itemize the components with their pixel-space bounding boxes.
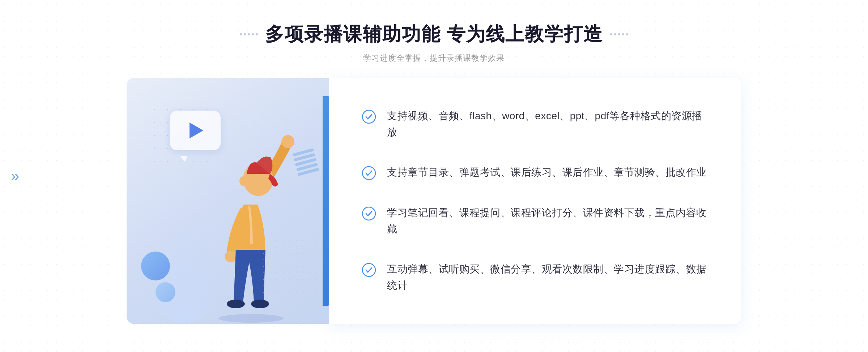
feature-text-1: 支持视频、音频、flash、word、excel、ppt、pdf等各种格式的资源…	[387, 108, 712, 141]
title-dots-left	[240, 33, 258, 35]
title-row: 多项录播课辅助功能 专为线上教学打造	[240, 22, 628, 47]
page-subtitle: 学习进度全掌握，提升录播课教学效果	[240, 53, 628, 64]
page-title: 多项录播课辅助功能 专为线上教学打造	[265, 22, 603, 47]
page-nav-chevron[interactable]: »	[11, 167, 19, 185]
svg-point-6	[239, 176, 247, 186]
content-area: 支持视频、音频、flash、word、excel、ppt、pdf等各种格式的资源…	[127, 78, 741, 324]
feature-text-3: 学习笔记回看、课程提问、课程评论打分、课件资料下载，重点内容收藏	[387, 205, 712, 237]
features-panel: 支持视频、音频、flash、word、excel、ppt、pdf等各种格式的资源…	[329, 78, 741, 324]
check-icon-3	[362, 206, 376, 221]
svg-point-9	[362, 207, 375, 220]
feature-item-1: 支持视频、音频、flash、word、excel、ppt、pdf等各种格式的资源…	[362, 101, 712, 148]
feature-item-3: 学习笔记回看、课程提问、课程评论打分、课件资料下载，重点内容收藏	[362, 198, 712, 245]
check-icon-4	[362, 263, 376, 277]
page-wrapper: 多项录播课辅助功能 专为线上教学打造 学习进度全掌握，提升录播课教学效果 »	[0, 0, 868, 352]
feature-text-2: 支持章节目录、弹题考试、课后练习、课后作业、章节测验、批改作业	[387, 164, 707, 181]
svg-point-4	[227, 300, 245, 308]
check-icon-2	[362, 166, 376, 180]
title-dots-right	[610, 33, 628, 35]
svg-point-5	[251, 300, 269, 308]
feature-text-4: 互动弹幕、试听购买、微信分享、观看次数限制、学习进度跟踪、数据统计	[387, 261, 712, 294]
blue-circle-large	[141, 252, 170, 280]
feature-item-4: 互动弹幕、试听购买、微信分享、观看次数限制、学习进度跟踪、数据统计	[362, 254, 712, 301]
svg-point-7	[362, 110, 375, 123]
feature-item-2: 支持章节目录、弹题考试、课后练习、课后作业、章节测验、批改作业	[362, 157, 712, 188]
svg-point-1	[281, 135, 294, 148]
blue-bar	[323, 96, 329, 306]
blue-circle-small	[156, 282, 175, 302]
svg-point-10	[362, 263, 375, 276]
check-icon-1	[362, 110, 376, 124]
svg-point-2	[225, 251, 237, 262]
person-illustration	[193, 121, 309, 324]
illustration-panel	[127, 78, 329, 324]
header-section: 多项录播课辅助功能 专为线上教学打造 学习进度全掌握，提升录播课教学效果	[240, 22, 628, 64]
svg-point-0	[218, 314, 284, 323]
svg-point-8	[362, 167, 375, 180]
